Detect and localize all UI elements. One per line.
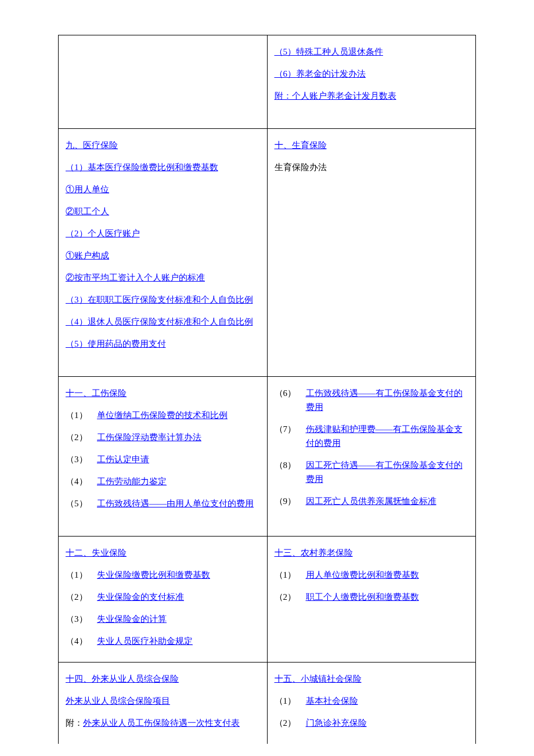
toc-link[interactable]: 工伤致残待遇——有工伤保险基金支付的费用 [306, 386, 469, 414]
toc-line: （2）工伤保险浮动费率计算办法 [66, 430, 260, 444]
toc-link[interactable]: （4）退休人员医疗保险支付标准和个人自负比例 [66, 315, 253, 329]
toc-link[interactable]: 外来从业人员综合保险项目 [66, 694, 170, 708]
toc-link[interactable]: （2）个人医疗账户 [66, 226, 140, 240]
toc-line: （1）失业保险缴费比例和缴费基数 [66, 568, 260, 582]
toc-line: （4）失业人员医疗补助金规定 [66, 634, 260, 648]
toc-link[interactable]: 失业保险金的计算 [97, 612, 167, 626]
toc-line: 生育保险办法 [275, 160, 469, 174]
toc-line: （4）退休人员医疗保险支付标准和个人自负比例 [66, 315, 260, 329]
cell-r4c2: 十三、农村养老保险（1）用人单位缴费比例和缴费基数（2）职工个人缴费比例和缴费基… [267, 537, 476, 663]
toc-link[interactable]: 用人单位缴费比例和缴费基数 [306, 568, 419, 582]
toc-item-number: （2） [275, 590, 306, 604]
toc-line: （8）因工死亡待遇——有工伤保险基金支付的费用 [275, 458, 469, 486]
toc-line: 外来从业人员综合保险项目 [66, 694, 260, 708]
toc-link[interactable]: 单位缴纳工伤保险费的技术和比例 [97, 408, 228, 422]
cell-r3c1: 十一、工伤保险（1）单位缴纳工伤保险费的技术和比例（2）工伤保险浮动费率计算办法… [59, 377, 268, 537]
toc-item-number: （5） [66, 496, 97, 510]
cell-r2c1: 九、医疗保险（1）基本医疗保险缴费比例和缴费基数①用人单位②职工个人（2）个人医… [59, 129, 268, 377]
toc-line: 十四、外来从业人员综合保险 [66, 672, 260, 686]
toc-link[interactable]: ①账户构成 [66, 249, 109, 262]
toc-line: （1）单位缴纳工伤保险费的技术和比例 [66, 408, 260, 422]
toc-item-number: （1） [66, 568, 97, 582]
toc-link[interactable]: 因工死亡人员供养亲属抚恤金标准 [306, 494, 436, 508]
toc-link[interactable]: 附：个人账户养老金计发月数表 [275, 89, 396, 103]
toc-line: （1）基本医疗保险缴费比例和缴费基数 [66, 160, 260, 174]
toc-line: 附：外来从业人员工伤保险待遇一次性支付表 [66, 716, 260, 730]
toc-link[interactable]: 十、生育保险 [275, 138, 327, 152]
toc-line: （5）特殊工种人员退休条件 [275, 45, 469, 59]
toc-line: 十一、工伤保险 [66, 386, 260, 400]
toc-link[interactable]: 十四、外来从业人员综合保险 [66, 672, 179, 686]
toc-line: （9）因工死亡人员供养亲属抚恤金标准 [275, 494, 469, 508]
toc-item-number: （8） [275, 458, 306, 472]
cell-r3c2: （6）工伤致残待遇——有工伤保险基金支付的费用（7）伤残津贴和护理费——有工伤保… [267, 377, 476, 537]
toc-item-number: （1） [66, 408, 97, 422]
toc-item-number: （6） [275, 386, 306, 400]
toc-link[interactable]: ②按市平均工资计入个人账户的标准 [66, 271, 205, 285]
toc-item-prefix: 附： [66, 716, 83, 730]
toc-line: （1）基本社会保险 [275, 694, 469, 708]
toc-link[interactable]: 失业人员医疗补助金规定 [97, 634, 193, 648]
toc-line: 附：个人账户养老金计发月数表 [275, 89, 469, 103]
toc-line: 九、医疗保险 [66, 138, 260, 152]
toc-item-number: （1） [275, 694, 306, 708]
toc-line: ②职工个人 [66, 204, 260, 218]
toc-line: （4）工伤劳动能力鉴定 [66, 474, 260, 488]
toc-link[interactable]: 基本社会保险 [306, 694, 358, 708]
cell-r2c2: 十、生育保险生育保险办法 [267, 129, 476, 377]
cell-r4c1: 十二、失业保险（1）失业保险缴费比例和缴费基数（2）失业保险金的支付标准（3）失… [59, 537, 268, 663]
toc-link[interactable]: 九、医疗保险 [66, 138, 118, 152]
toc-line: 十、生育保险 [275, 138, 469, 152]
toc-link[interactable]: 十五、小城镇社会保险 [275, 672, 362, 686]
cell-r5c1: 十四、外来从业人员综合保险外来从业人员综合保险项目附：外来从业人员工伤保险待遇一… [59, 663, 268, 744]
toc-link[interactable]: 职工个人缴费比例和缴费基数 [306, 590, 419, 604]
toc-link[interactable]: 工伤认定申请 [97, 452, 149, 466]
toc-link[interactable]: （5）特殊工种人员退休条件 [275, 45, 384, 59]
cell-r1c2: （5）特殊工种人员退休条件（6）养老金的计发办法附：个人账户养老金计发月数表 [267, 35, 476, 129]
toc-item-number: （3） [66, 452, 97, 466]
toc-line: （6）工伤致残待遇——有工伤保险基金支付的费用 [275, 386, 469, 414]
toc-line: 十三、农村养老保险 [275, 546, 469, 560]
toc-link[interactable]: 外来从业人员工伤保险待遇一次性支付表 [83, 716, 240, 730]
toc-item-number: （3） [66, 612, 97, 626]
toc-item-number: （2） [66, 590, 97, 604]
toc-line: 十五、小城镇社会保险 [275, 672, 469, 686]
toc-line: （2）职工个人缴费比例和缴费基数 [275, 590, 469, 604]
toc-link[interactable]: 因工死亡待遇——有工伤保险基金支付的费用 [306, 458, 469, 486]
toc-link[interactable]: ①用人单位 [66, 182, 109, 196]
toc-item-number: （1） [275, 568, 306, 582]
toc-link[interactable]: （3）在职职工医疗保险支付标准和个人自负比例 [66, 293, 253, 307]
toc-line: （3）工伤认定申请 [66, 452, 260, 466]
toc-item-number: （2） [275, 716, 306, 730]
toc-link[interactable]: （1）基本医疗保险缴费比例和缴费基数 [66, 160, 218, 174]
toc-link[interactable]: 工伤劳动能力鉴定 [97, 474, 167, 488]
toc-text: 生育保险办法 [275, 160, 327, 174]
toc-item-number: （7） [275, 422, 306, 436]
toc-link[interactable]: （6）养老金的计发办法 [275, 67, 366, 81]
toc-link[interactable]: ②职工个人 [66, 204, 109, 218]
toc-line: 十二、失业保险 [66, 546, 260, 560]
toc-table: （5）特殊工种人员退休条件（6）养老金的计发办法附：个人账户养老金计发月数表 九… [58, 35, 476, 744]
toc-item-number: （4） [66, 634, 97, 648]
cell-r1c1 [59, 35, 268, 129]
toc-link[interactable]: 工伤保险浮动费率计算办法 [97, 430, 201, 444]
toc-link[interactable]: 十二、失业保险 [66, 546, 127, 560]
toc-line: （2）门急诊补充保险 [275, 716, 469, 730]
toc-line: （2）个人医疗账户 [66, 226, 260, 240]
toc-link[interactable]: 门急诊补充保险 [306, 716, 367, 730]
toc-link[interactable]: 十一、工伤保险 [66, 386, 127, 400]
toc-line: （2）失业保险金的支付标准 [66, 590, 260, 604]
toc-link[interactable]: 工伤致残待遇——由用人单位支付的费用 [97, 496, 254, 510]
toc-link[interactable]: 伤残津贴和护理费——有工伤保险基金支付的费用 [306, 422, 469, 450]
toc-link[interactable]: 失业保险金的支付标准 [97, 590, 184, 604]
toc-line: （3）在职职工医疗保险支付标准和个人自负比例 [66, 293, 260, 307]
toc-link[interactable]: 失业保险缴费比例和缴费基数 [97, 568, 210, 582]
toc-line: ①账户构成 [66, 249, 260, 262]
toc-line: （5）工伤致残待遇——由用人单位支付的费用 [66, 496, 260, 510]
toc-line: （6）养老金的计发办法 [275, 67, 469, 81]
toc-item-number: （4） [66, 474, 97, 488]
toc-link[interactable]: 十三、农村养老保险 [275, 546, 353, 560]
toc-link[interactable]: （5）使用药品的费用支付 [66, 337, 166, 351]
toc-item-number: （9） [275, 494, 306, 508]
toc-line: ②按市平均工资计入个人账户的标准 [66, 271, 260, 285]
